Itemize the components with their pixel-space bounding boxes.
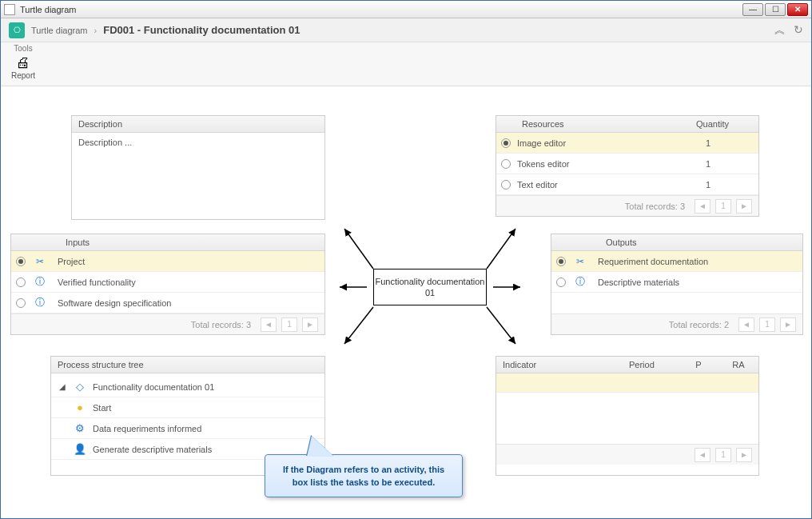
tree-item[interactable]: ● Start (51, 397, 324, 418)
indicator-header: Indicator Period P RA (496, 357, 758, 373)
resource-qty: 1 (706, 180, 754, 190)
radio-icon[interactable] (501, 159, 511, 169)
inputs-header: Inputs (11, 234, 324, 251)
ribbon: Tools 🖨 Report (1, 42, 811, 86)
page-prev[interactable]: ◄ (695, 199, 710, 214)
indicator-col-p: P (679, 357, 718, 373)
breadcrumb-root[interactable]: Turtle diagram (31, 26, 88, 35)
gear-icon: ⚙ (74, 422, 86, 434)
content: Description Description ... Resources Qu… (1, 86, 811, 518)
total-records: Total records: 2 (669, 320, 729, 329)
resource-qty: 1 (706, 138, 754, 148)
radio-icon[interactable] (501, 180, 511, 190)
indicator-panel: Indicator Period P RA ◄ 1 ► (496, 356, 759, 476)
outputs-body: ✂ Requeriment documentation ⓘ Descriptiv… (551, 251, 802, 313)
inputs-col: Inputs (59, 234, 324, 250)
page-next[interactable]: ► (736, 448, 752, 462)
close-button[interactable] (787, 3, 808, 16)
svg-line-0 (344, 229, 373, 269)
page-next[interactable]: ► (780, 317, 796, 332)
indicator-col-ra: RA (718, 357, 758, 373)
tree-root-label: Functionality documentation 01 (93, 382, 214, 392)
tree-item-label: Data requeriments informed (93, 424, 201, 433)
tree-root[interactable]: ◢ ◇ Functionality documentation 01 (51, 377, 324, 397)
application-window: Turtle diagram Turtle diagram › FD001 - … (0, 0, 812, 519)
output-name: Requeriment documentation (598, 257, 708, 266)
indicator-body (496, 373, 758, 444)
resources-col-qty: Quantity (696, 119, 752, 129)
output-row[interactable]: ⓘ Descriptive materials (551, 272, 802, 293)
resource-row[interactable]: Tokens editor 1 (496, 154, 758, 174)
info-icon: ⓘ (34, 275, 46, 289)
collapse-icon[interactable]: ◢ (59, 382, 69, 391)
description-panel: Description Description ... (71, 115, 325, 220)
callout-text: If the Diagram refers to an activity, th… (283, 465, 444, 487)
center-process-box: Functionality documentation 01 (373, 269, 487, 305)
turtle-icon (9, 22, 25, 38)
outputs-panel: Outputs ✂ Requeriment documentation ⓘ De… (551, 234, 803, 335)
titlebar: Turtle diagram (1, 1, 811, 18)
output-row[interactable]: ✂ Requeriment documentation (551, 251, 802, 272)
tree-title: Process structure tree (51, 357, 324, 373)
collapse-icon[interactable]: ︽ (774, 23, 786, 38)
tools-icon: ✂ (34, 256, 46, 267)
page-prev[interactable]: ◄ (695, 448, 710, 462)
indicator-col-name: Indicator (496, 357, 623, 373)
maximize-button[interactable] (765, 3, 786, 16)
resource-row[interactable]: Image editor 1 (496, 133, 758, 154)
info-icon: ⓘ (574, 275, 587, 289)
indicator-col-period: Period (623, 357, 679, 373)
page-number: 1 (715, 199, 731, 214)
description-header: Description (72, 116, 324, 133)
resource-name: Image editor (517, 138, 706, 148)
page-next[interactable]: ► (302, 317, 318, 332)
printer-icon: 🖨 (16, 54, 30, 71)
center-title: Functionality documentation 01 (374, 276, 486, 299)
page-prev[interactable]: ◄ (261, 317, 277, 332)
radio-icon[interactable] (501, 138, 511, 148)
tree-item-label: Start (93, 403, 111, 413)
radio-icon[interactable] (16, 257, 26, 266)
minimize-button[interactable] (742, 3, 763, 16)
page-number: 1 (281, 317, 297, 332)
start-icon: ● (74, 401, 86, 413)
page-next[interactable]: ► (736, 199, 752, 214)
input-row[interactable]: ✂ Project (11, 251, 324, 272)
window-buttons (742, 3, 808, 16)
radio-icon[interactable] (16, 298, 26, 308)
input-row[interactable]: ⓘ Software design specification (11, 293, 324, 313)
resources-body: Image editor 1 Tokens editor 1 Text edit… (496, 133, 758, 195)
resource-row[interactable]: Text editor 1 (496, 174, 758, 195)
breadcrumb: Turtle diagram › FD001 - Functionality d… (1, 18, 811, 42)
description-body: Description ... (72, 133, 324, 152)
resources-pager: Total records: 3 ◄ 1 ► (496, 195, 758, 216)
ribbon-group-tools: Tools 🖨 Report (6, 44, 41, 80)
svg-line-1 (487, 229, 515, 269)
refresh-icon[interactable]: ↻ (794, 23, 803, 38)
tree-item-label: Generate descriptive materials (93, 445, 212, 454)
info-icon: ⓘ (34, 296, 46, 309)
indicator-row[interactable] (496, 373, 758, 393)
radio-icon[interactable] (16, 277, 26, 287)
input-row[interactable]: ⓘ Verified functionality (11, 272, 324, 293)
page-number: 1 (759, 317, 775, 332)
radio-icon[interactable] (556, 277, 566, 287)
tools-icon: ✂ (574, 256, 587, 267)
radio-icon[interactable] (556, 257, 566, 266)
document-icon (4, 4, 15, 15)
report-button[interactable]: 🖨 Report (6, 54, 41, 80)
outputs-header: Outputs (551, 234, 802, 251)
page-prev[interactable]: ◄ (738, 317, 754, 332)
tree-body: ◢ ◇ Functionality documentation 01 ● Sta… (51, 373, 324, 463)
outputs-pager: Total records: 2 ◄ 1 ► (551, 313, 802, 334)
process-icon: ◇ (74, 381, 86, 393)
page-number: 1 (715, 448, 731, 462)
window-title: Turtle diagram (20, 5, 77, 14)
resources-header: Resources Quantity (496, 116, 758, 133)
resource-name: Tokens editor (517, 159, 706, 169)
person-icon: 👤 (74, 443, 86, 455)
tree-item[interactable]: ⚙ Data requeriments informed (51, 418, 324, 439)
outputs-col: Outputs (599, 234, 802, 250)
input-name: Software design specification (58, 298, 171, 308)
input-name: Project (58, 257, 85, 266)
